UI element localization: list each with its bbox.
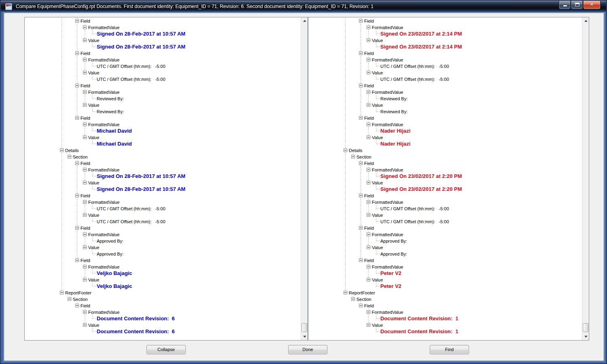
tree-node-label[interactable]: Field <box>364 225 374 231</box>
collapse-node-icon[interactable] <box>367 58 370 61</box>
tree-changed-value[interactable]: Peter V2 <box>380 270 401 277</box>
tree-node-label[interactable]: FormattedValue <box>88 89 119 95</box>
tree-node-label[interactable]: Field <box>364 257 374 264</box>
tree-node-label[interactable]: Approved By: <box>380 238 407 244</box>
tree-changed-value[interactable]: Signed On 23/02/2017 at 2:14 PM <box>380 30 462 37</box>
collapse-node-icon[interactable] <box>351 297 355 301</box>
tree-node-label[interactable]: Value <box>88 277 99 283</box>
collapse-node-icon[interactable] <box>75 304 79 307</box>
tree-changed-value[interactable]: Michael David <box>97 127 132 134</box>
tree-node-label[interactable]: Field <box>364 83 374 89</box>
collapse-node-icon[interactable] <box>367 233 370 236</box>
tree-node-label[interactable]: Value <box>372 180 383 186</box>
collapse-node-icon[interactable] <box>83 181 87 184</box>
tree-node-label[interactable]: Value <box>88 322 99 328</box>
tree-node-label[interactable]: UTC / GMT Offset (hh:mm): -5:00 <box>380 76 449 83</box>
right-vertical-scrollbar[interactable] <box>582 17 589 340</box>
tree-node-label[interactable]: Reviewed By: <box>97 95 124 102</box>
tree-node-label[interactable]: Reviewed By: <box>97 108 124 115</box>
collapse-node-icon[interactable] <box>75 258 79 262</box>
tree-node-label[interactable]: FormattedValue <box>372 199 403 205</box>
tree-node-label[interactable]: ReportFooter <box>65 290 91 296</box>
tree-changed-value[interactable]: Signed On 28-Feb-2017 at 10:57 AM <box>97 30 185 37</box>
tree-node-label[interactable]: Field <box>81 303 90 309</box>
tree-node-label[interactable]: Value <box>88 134 99 141</box>
collapse-node-icon[interactable] <box>359 84 363 87</box>
collapse-node-icon[interactable] <box>359 116 363 120</box>
collapse-node-icon[interactable] <box>83 200 87 204</box>
tree-node-label[interactable]: Value <box>88 180 99 186</box>
collapse-node-icon[interactable] <box>75 19 79 23</box>
tree-node-label[interactable]: FormattedValue <box>88 121 119 128</box>
collapse-node-icon[interactable] <box>68 297 71 301</box>
collapse-node-icon[interactable] <box>83 310 87 314</box>
tree-changed-value[interactable]: Signed On 23/02/2017 at 2:14 PM <box>380 43 462 50</box>
scroll-up-button[interactable] <box>582 17 589 24</box>
tree-node-label[interactable]: Field <box>81 225 90 231</box>
tree-node-label[interactable]: Reviewed By: <box>380 95 407 102</box>
collapse-node-icon[interactable] <box>83 58 87 61</box>
collapse-node-icon[interactable] <box>359 161 363 165</box>
collapse-node-icon[interactable] <box>367 278 370 281</box>
collapse-node-icon[interactable] <box>75 116 79 120</box>
title-bar[interactable]: Compare EquipmentPhaseConfig.rpt Documen… <box>1 1 606 13</box>
collapse-node-icon[interactable] <box>367 38 370 42</box>
tree-node-label[interactable]: Field <box>364 115 374 121</box>
collapse-node-icon[interactable] <box>83 213 87 217</box>
collapse-node-icon[interactable] <box>83 135 87 139</box>
collapse-node-icon[interactable] <box>75 84 79 87</box>
collapse-node-icon[interactable] <box>83 265 87 269</box>
tree-node-label[interactable]: UTC / GMT Offset (hh:mm): -5:00 <box>97 76 166 83</box>
tree-changed-value[interactable]: Veljko Bajagic <box>97 283 132 290</box>
tree-node-label[interactable]: Field <box>364 18 374 24</box>
tree-node-label[interactable]: Section <box>357 296 371 303</box>
tree-changed-value[interactable]: Signed On 23/02/2017 at 2:20 PM <box>380 186 462 193</box>
tree-node-label[interactable]: UTC / GMT Offset (hh:mm): -5:00 <box>380 63 449 70</box>
collapse-node-icon[interactable] <box>83 168 87 171</box>
tree-changed-value[interactable]: Signed On 28-Feb-2017 at 10:57 AM <box>97 186 185 193</box>
tree-node-label[interactable]: Field <box>364 193 374 199</box>
tree-node-label[interactable]: Field <box>81 50 90 57</box>
tree-node-label[interactable]: ReportFooter <box>349 290 375 296</box>
collapse-button[interactable]: Collapse <box>146 345 186 354</box>
find-button[interactable]: Find <box>430 345 469 354</box>
tree-node-label[interactable]: FormattedValue <box>88 264 119 270</box>
first-document-tree[interactable]: FieldFormattedValueSigned On 28-Feb-2017… <box>25 17 301 340</box>
collapse-node-icon[interactable] <box>75 194 79 197</box>
collapse-node-icon[interactable] <box>359 304 363 307</box>
collapse-node-icon[interactable] <box>75 226 79 230</box>
collapse-node-icon[interactable] <box>83 71 87 74</box>
tree-node-label[interactable]: FormattedValue <box>88 309 119 315</box>
collapse-node-icon[interactable] <box>359 51 363 55</box>
tree-changed-value[interactable]: Document Content Revision: 6 <box>97 315 175 322</box>
tree-node-label[interactable]: Field <box>364 50 374 57</box>
tree-node-label[interactable]: UTC / GMT Offset (hh:mm): -5:00 <box>97 205 166 212</box>
collapse-node-icon[interactable] <box>359 19 363 23</box>
collapse-node-icon[interactable] <box>367 310 370 314</box>
collapse-node-icon[interactable] <box>359 194 363 197</box>
collapse-node-icon[interactable] <box>367 25 370 29</box>
left-vertical-scrollbar[interactable] <box>301 17 308 340</box>
tree-node-label[interactable]: Approved By: <box>97 238 123 244</box>
collapse-node-icon[interactable] <box>359 226 363 230</box>
scrollbar-thumb[interactable] <box>583 323 588 332</box>
collapse-node-icon[interactable] <box>367 90 370 94</box>
collapse-node-icon[interactable] <box>83 323 87 327</box>
collapse-node-icon[interactable] <box>75 161 79 165</box>
tree-node-label[interactable]: Value <box>372 212 383 218</box>
collapse-node-icon[interactable] <box>83 278 87 281</box>
collapse-node-icon[interactable] <box>344 148 347 152</box>
collapse-node-icon[interactable] <box>351 155 355 159</box>
tree-node-label[interactable]: Value <box>372 134 383 141</box>
tree-node-label[interactable]: Field <box>81 193 90 199</box>
tree-node-label[interactable]: FormattedValue <box>372 167 403 173</box>
collapse-node-icon[interactable] <box>367 135 370 139</box>
tree-node-label[interactable]: Value <box>88 102 99 108</box>
tree-node-label[interactable]: Value <box>88 244 99 251</box>
maximize-button[interactable] <box>571 1 583 9</box>
tree-changed-value[interactable]: Nader Hijazi <box>380 127 410 134</box>
tree-node-label[interactable]: Details <box>349 147 363 154</box>
collapse-node-icon[interactable] <box>60 148 64 152</box>
tree-node-label[interactable]: Approved By: <box>97 251 123 257</box>
tree-node-label[interactable]: Value <box>372 322 383 328</box>
